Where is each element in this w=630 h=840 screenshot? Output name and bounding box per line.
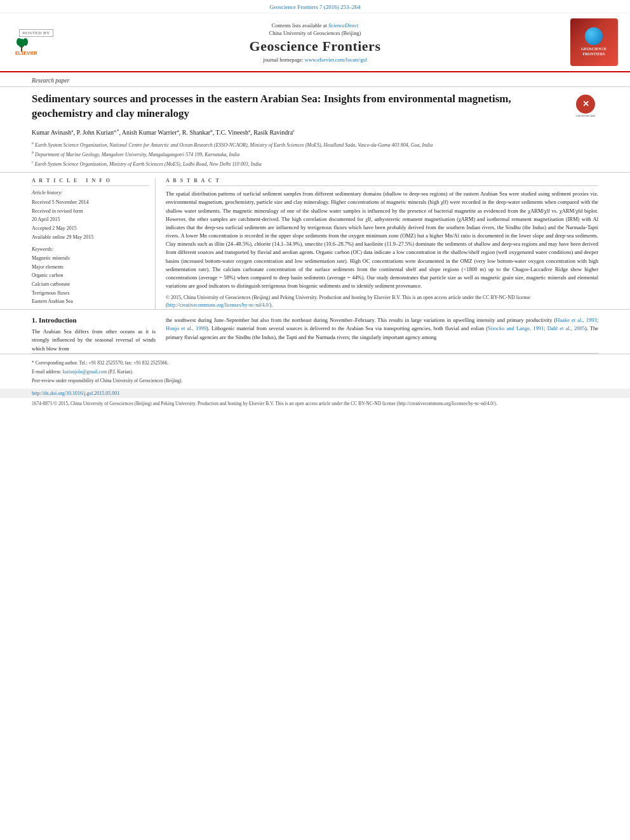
article-dates: Received 5 November 2014 Received in rev…	[32, 198, 149, 241]
article-title: Sedimentary sources and processes in the…	[32, 92, 566, 121]
abstract-text: The spatial distribution patterns of sur…	[166, 190, 598, 290]
journal-citation: Geoscience Frontiers 7 (2016) 253–264	[270, 4, 361, 10]
article-title-area: Sedimentary sources and processes in the…	[0, 87, 630, 125]
china-univ-line: China University of Geosciences (Beijing…	[71, 30, 559, 36]
svg-point-3	[17, 38, 22, 46]
affil-a: a Earth System Science Organization, Nat…	[32, 140, 598, 149]
crossmark-badge[interactable]: ✕ CrossMark	[573, 95, 598, 117]
doi-bar: http://dx.doi.org/10.1016/j.gsf.2015.05.…	[0, 389, 630, 398]
corresponding-author-note: * Corresponding author. Tel.: +91 832 25…	[32, 359, 598, 367]
author-ravindra: Rasik Ravindrac	[253, 129, 295, 136]
email-line: E-mail address: kurianjolu@gmail.com (P.…	[32, 368, 598, 376]
introduction-section: 1. Introduction The Arabian Sea differs …	[0, 309, 630, 353]
globe-icon	[585, 27, 603, 45]
author-vineesh: T.C. Vineesha	[216, 129, 251, 136]
intro-title: 1. Introduction	[32, 316, 156, 324]
hosted-by-label: HOSTED BY	[19, 29, 53, 37]
keyword-list: Magnetic mineralsMajor elementsOrganic c…	[32, 254, 149, 306]
geoscience-frontiers-badge: GEOSCIENCE FRONTIERS	[570, 18, 618, 66]
keyword-item: Terrigenous fluxes	[32, 289, 149, 298]
keywords-section: Keywords: Magnetic mineralsMajor element…	[32, 246, 149, 306]
journal-badge-area: GEOSCIENCE FRONTIERS	[565, 18, 622, 66]
article-history-label: Article history:	[32, 190, 149, 196]
intro-left-col: 1. Introduction The Arabian Sea differs …	[32, 316, 156, 353]
intro-right-text: the southwest during June–September but …	[166, 316, 598, 342]
email-link[interactable]: kurianjolu@gmail.com	[63, 369, 107, 375]
affil-b: b Department of Marine Geology, Mangalor…	[32, 150, 598, 159]
revised-date: 20 April 2015	[32, 215, 149, 224]
footer-notes: * Corresponding author. Tel.: +91 832 25…	[0, 354, 630, 389]
svg-point-2	[23, 38, 28, 46]
crossmark-icon: ✕	[576, 95, 595, 114]
journal-citation-bar: Geoscience Frontiers 7 (2016) 253–264	[0, 0, 630, 13]
journal-title: Geoscience Frontiers	[71, 38, 559, 55]
revised-label: Received in revised form	[32, 207, 149, 216]
author-kurian: P. John Kuriana,*	[76, 129, 119, 136]
keywords-label: Keywords:	[32, 246, 149, 252]
keyword-item: Major elements	[32, 263, 149, 272]
author-shankar: R. Shankarb	[182, 129, 213, 136]
copyright-bar: 1674-8871/© 2015, China University of Ge…	[0, 398, 630, 409]
journal-header: HOSTED BY ELSEVIER Contents lists availa…	[0, 13, 630, 72]
article-info-column: A R T I C L E I N F O Article history: R…	[32, 178, 156, 309]
elsevier-logo-icon: ELSEVIER	[14, 38, 58, 56]
keyword-item: Eastern Arabian Sea	[32, 297, 149, 306]
abstract-paragraph: The spatial distribution patterns of sur…	[166, 190, 598, 290]
article-info-abstract-area: A R T I C L E I N F O Article history: R…	[0, 172, 630, 309]
affiliations-area: a Earth System Science Organization, Nat…	[0, 139, 630, 172]
sirocko-link[interactable]: Sirocko and Lange, 1991; Dahl et al., 20…	[488, 325, 585, 331]
intro-left-text: The Arabian Sea differs from other ocean…	[32, 328, 156, 353]
authors-area: Kumar Avinasha, P. John Kuriana,*, Anish…	[0, 125, 630, 139]
article-info-header: A R T I C L E I N F O	[32, 178, 149, 186]
received-date: Received 5 November 2014	[32, 198, 149, 207]
keyword-item: Organic carbon	[32, 271, 149, 280]
keyword-item: Magnetic minerals	[32, 254, 149, 263]
sciencedirect-link[interactable]: ScienceDirect	[328, 22, 358, 29]
author-kumar: Kumar Avinasha	[32, 129, 73, 136]
online-date: Available online 29 May 2015	[32, 233, 149, 242]
abstract-header: A B S T R A C T	[166, 178, 598, 186]
journal-homepage-link[interactable]: www.elsevier.com/locate/gsf	[305, 57, 367, 63]
article-type: Research paper	[0, 72, 630, 87]
peer-review-note: Peer-review under responsibility of Chin…	[32, 377, 598, 385]
journal-info-center: Contents lists available at ScienceDirec…	[71, 22, 559, 63]
affil-c: c Earth System Science Organization, Min…	[32, 159, 598, 168]
svg-text:ELSEVIER: ELSEVIER	[15, 51, 37, 55]
journal-homepage-line: journal homepage: www.elsevier.com/locat…	[71, 57, 559, 63]
author-warrier: Anish Kumar Warriera	[122, 129, 179, 136]
accepted-date: Accepted 2 May 2015	[32, 224, 149, 233]
publisher-logo-area: HOSTED BY ELSEVIER	[8, 29, 65, 56]
abstract-copyright: © 2015, China University of Geosciences …	[166, 294, 598, 309]
cc-license-link[interactable]: http://creativecommons.org/licenses/by-n…	[168, 302, 270, 308]
crossmark-label: CrossMark	[576, 114, 596, 117]
sciencedirect-line: Contents lists available at ScienceDirec…	[71, 22, 559, 29]
abstract-column: A B S T R A C T The spatial distribution…	[166, 178, 598, 309]
doi-link[interactable]: http://dx.doi.org/10.1016/j.gsf.2015.05.…	[32, 390, 119, 396]
intro-right-col: the southwest during June–September but …	[166, 316, 598, 353]
keyword-item: Calcium carbonate	[32, 280, 149, 289]
